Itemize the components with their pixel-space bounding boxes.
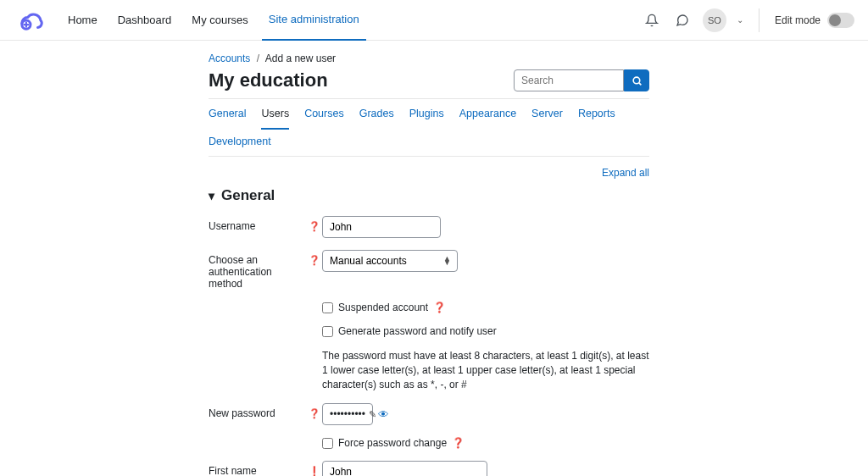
page-title: My education — [209, 69, 328, 91]
edit-mode: Edit mode — [775, 13, 854, 28]
tab-plugins[interactable]: Plugins — [409, 108, 444, 120]
force-change-checkbox[interactable] — [322, 438, 333, 449]
new-password-label: New password — [209, 403, 309, 419]
breadcrumb-sep: / — [257, 53, 259, 64]
generate-pwd-label: Generate password and notify user — [338, 325, 497, 337]
tab-courses[interactable]: Courses — [304, 108, 344, 120]
section-general-title: General — [221, 187, 275, 204]
firstname-input[interactable] — [322, 461, 487, 476]
tab-grades[interactable]: Grades — [359, 108, 394, 120]
tab-general[interactable]: General — [209, 108, 246, 120]
tab-appearance[interactable]: Appearance — [459, 108, 516, 120]
breadcrumb-adduser: Add a new user — [265, 53, 336, 64]
nav-home[interactable]: Home — [61, 0, 104, 41]
tab-development[interactable]: Development — [209, 136, 271, 147]
suspended-checkbox[interactable] — [322, 302, 333, 313]
search-input[interactable] — [514, 69, 624, 91]
password-rules: The password must have at least 8 charac… — [322, 349, 649, 391]
breadcrumb: Accounts / Add a new user — [209, 53, 649, 64]
messages-icon[interactable] — [672, 10, 693, 30]
tab-reports[interactable]: Reports — [578, 108, 615, 120]
edit-mode-toggle[interactable] — [827, 13, 854, 28]
svg-point-1 — [633, 77, 640, 84]
search — [514, 69, 649, 91]
nav-siteadmin[interactable]: Site administration — [262, 0, 366, 41]
search-button[interactable] — [624, 69, 649, 91]
tab-server[interactable]: Server — [531, 108, 563, 120]
section-general-header[interactable]: ▾ General — [209, 187, 649, 204]
notifications-icon[interactable] — [642, 10, 662, 30]
user-menu-chevron[interactable]: ⌄ — [737, 15, 743, 25]
eye-icon[interactable]: 👁 — [378, 408, 389, 421]
help-icon[interactable]: ❓ — [309, 408, 320, 418]
help-icon[interactable]: ❓ — [433, 302, 446, 313]
username-input[interactable] — [322, 216, 441, 238]
required-icon[interactable]: ❗ — [309, 466, 320, 476]
divider — [759, 8, 760, 32]
expand-all[interactable]: Expand all — [209, 167, 649, 179]
suspended-label: Suspended account — [338, 302, 428, 313]
pencil-icon[interactable]: ✎ — [369, 409, 376, 420]
force-change-label: Force password change — [338, 437, 447, 449]
nav-mycourses[interactable]: My courses — [185, 0, 254, 41]
chevron-down-icon: ▾ — [209, 189, 214, 202]
avatar[interactable]: SO — [703, 8, 726, 32]
tab-users[interactable]: Users — [261, 108, 289, 130]
help-icon[interactable]: ❓ — [309, 221, 320, 231]
generate-pwd-checkbox[interactable] — [322, 326, 333, 337]
breadcrumb-accounts[interactable]: Accounts — [209, 53, 250, 64]
auth-label: Choose an authentication method — [209, 250, 309, 290]
firstname-label: First name — [209, 461, 309, 476]
primary-nav: Home Dashboard My courses Site administr… — [61, 0, 366, 41]
auth-select[interactable]: Manual accounts — [322, 250, 458, 272]
search-icon — [632, 75, 643, 86]
password-input[interactable]: •••••••••• ✎ — [322, 403, 373, 425]
edit-mode-label: Edit mode — [775, 14, 821, 26]
help-icon[interactable]: ❓ — [452, 437, 465, 449]
svg-line-2 — [638, 82, 640, 84]
logo[interactable] — [14, 3, 47, 37]
admin-tabs: General Users Courses Grades Plugins App… — [209, 98, 649, 157]
help-icon[interactable]: ❓ — [309, 255, 320, 265]
username-label: Username — [209, 216, 309, 232]
nav-dashboard[interactable]: Dashboard — [111, 0, 179, 41]
